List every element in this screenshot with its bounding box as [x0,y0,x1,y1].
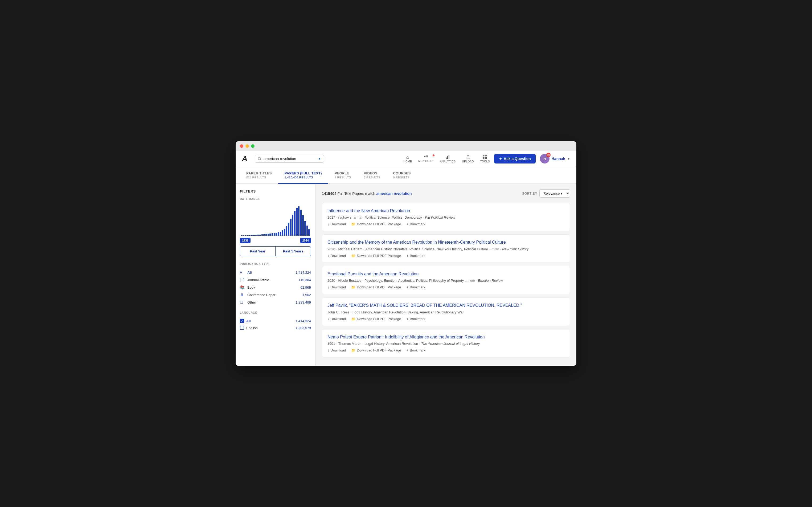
chart-bar [288,223,289,236]
chart-bar [257,235,259,236]
result-journal: New York History [502,247,528,251]
search-dropdown-icon[interactable]: ▼ [318,157,321,161]
nav-upload-label: UPLOAD [462,160,474,163]
svg-rect-3 [447,156,448,159]
result-title[interactable]: Emotional Pursuits and the American Revo… [328,271,564,277]
nav-analytics[interactable]: ANALYTICS [440,155,456,163]
user-dropdown-icon[interactable]: ▼ [567,157,570,160]
lang-all-count: 1,414,324 [295,319,311,323]
download-pdf-action[interactable]: 📁Download Full PDF Package [351,317,401,321]
pubtype-journal[interactable]: 📄 Journal Article 116,304 [240,276,311,284]
tab-videos[interactable]: VIDEOS 3 Results [357,167,387,184]
chart-bar [266,234,267,236]
bookmark-action[interactable]: +Bookmark [407,317,425,321]
result-actions: ↓Download 📁Download Full PDF Package +Bo… [328,222,564,226]
tab-papers-full-text[interactable]: PAPERS (FULL TEXT) 1,415,404 Results [278,167,328,184]
results-count: 1415404 [322,191,337,196]
download-action[interactable]: ↓Download [328,222,346,226]
result-meta: John U . Rees · Food History, American R… [328,310,564,314]
nav-home[interactable]: ⌂ HOME [403,155,412,163]
result-title[interactable]: Citizenship and the Memory of the Americ… [328,239,564,245]
chart-bar [300,210,302,236]
chart-bar [282,230,283,236]
tab-courses-count: 0 Results [393,176,410,179]
download-pdf-action[interactable]: 📁Download Full PDF Package [351,222,401,226]
tab-people[interactable]: PEOPLE 2 Results [328,167,357,184]
maximize-button[interactable] [251,144,254,148]
lang-all[interactable]: ✓ All 1,414,324 [240,318,311,324]
results-query: american revolution [376,191,412,196]
download-icon: ↓ [328,348,329,352]
other-icon: ☐ [240,300,245,304]
pubtype-all[interactable]: ≡ All 1,414,324 [240,269,311,276]
chart-bar [262,234,263,236]
pubtype-book[interactable]: 📚 Book 62,969 [240,284,311,291]
pubtype-other[interactable]: ☐ Other 1,233,489 [240,298,311,306]
sparkle-icon: ✦ [499,157,502,161]
chart-bar [276,233,277,236]
download-action[interactable]: ↓Download [328,285,346,289]
result-title[interactable]: Jeff Pavlik, "BAKER'S MATH & SOLDIERS' B… [328,302,564,308]
download-action[interactable]: ↓Download [328,254,346,258]
bookmark-action[interactable]: +Bookmark [407,285,425,289]
nav-tools[interactable]: TOOLS [480,155,490,163]
pubtype-conference[interactable]: 🖥 Conference Paper 1,562 [240,291,311,298]
user-menu[interactable]: H 49 Hannah ▼ [540,154,570,164]
start-year-badge: 1938 [240,238,250,243]
sort-select[interactable]: Relevance ▾ [539,189,570,198]
download-pdf-action[interactable]: 📁Download Full PDF Package [351,348,401,352]
bookmark-action[interactable]: +Bookmark [407,348,425,352]
more-tags[interactable]: ...more [489,247,499,251]
ask-question-button[interactable]: ✦ Ask a Question [494,154,536,164]
chart-bar [298,206,300,236]
username: Hannah [552,157,565,161]
chart-labels: 1938 2024 [240,238,311,243]
past-year-button[interactable]: Past Year [240,246,275,256]
bookmark-icon: + [407,317,409,321]
chart-bar [306,226,308,236]
chart-bar [292,215,294,236]
journal-icon: 📄 [240,278,245,282]
download-pdf-action[interactable]: 📁Download Full PDF Package [351,254,401,258]
nav-home-label: HOME [403,160,412,163]
download-action[interactable]: ↓Download [328,317,346,321]
titlebar [236,141,576,151]
lang-all-checkbox[interactable]: ✓ [240,319,244,323]
search-icon [258,157,262,161]
filters-title: FILTERS [240,189,311,193]
nav-mentions[interactable]: ❝❞ MENTIONS [418,155,433,162]
close-button[interactable] [240,144,243,148]
svg-rect-10 [483,157,484,158]
result-title[interactable]: Influence and the New American Revolutio… [328,208,564,214]
download-action[interactable]: ↓Download [328,348,346,352]
bookmark-action[interactable]: +Bookmark [407,254,425,258]
chart-bar [253,235,255,236]
chart-bar [308,229,310,236]
bookmark-action[interactable]: +Bookmark [407,222,425,226]
result-meta: 2020 · Michael Hattem · American History… [328,247,564,251]
search-input[interactable] [264,157,316,161]
tab-paper-titles[interactable]: PAPER TITLES 823 Results [240,167,278,184]
result-title[interactable]: Nemo Potest Exuere Patriam: Indelibility… [328,334,564,340]
date-range-buttons: Past Year Past 5 Years [240,246,311,256]
bookmark-icon: + [407,222,409,226]
chart-bar [251,235,253,236]
lang-english[interactable]: English 1,203,579 [240,324,311,331]
search-box[interactable]: ▼ [255,155,324,163]
chart-bar [270,233,271,236]
result-actions: ↓Download 📁Download Full PDF Package +Bo… [328,254,564,258]
language-label: LANGUAGE [240,311,311,314]
past-5-years-button[interactable]: Past 5 Years [276,246,311,256]
nav-upload[interactable]: UPLOAD [462,155,474,163]
more-tags[interactable]: ...more [465,279,475,283]
download-pdf-action[interactable]: 📁Download Full PDF Package [351,285,401,289]
folder-icon: 📁 [351,254,355,258]
result-actions: ↓Download 📁Download Full PDF Package +Bo… [328,285,564,289]
lang-english-checkbox[interactable] [240,326,244,330]
tools-icon [483,155,487,160]
publication-type-filter: PUBLICATION TYPE ≡ All 1,414,324 📄 Journ… [240,263,311,306]
avatar-initials: H [543,157,546,161]
result-tags: Legal History, American Revolution [364,342,418,346]
tab-courses[interactable]: COURSES 0 Results [387,167,417,184]
minimize-button[interactable] [245,144,249,148]
